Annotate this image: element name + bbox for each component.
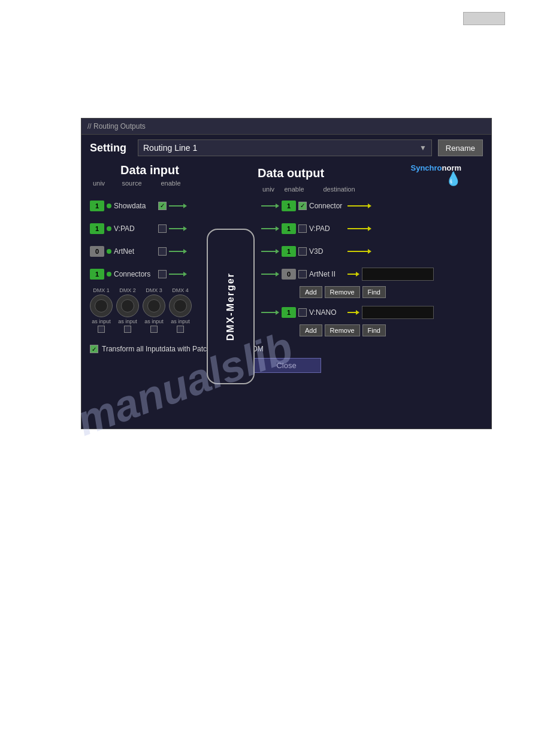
routing-line-dropdown[interactable]: Routing Line 1 ▼ [138, 139, 432, 156]
dmx-connector-2: DMX 2 as input [116, 287, 139, 333]
univ-badge-0: 0 [90, 246, 104, 257]
bottom-options-row: Transform all Inputdata with Patch Use R… [90, 345, 483, 353]
dialog-titlebar: // Routing Outputs [81, 119, 491, 135]
dmx-2-as-input: as input [118, 318, 137, 324]
svg-marker-7 [183, 272, 187, 277]
svg-marker-19 [368, 249, 371, 254]
dest-vpad: V:PAD [309, 224, 345, 233]
syncronorm-logo: Synchronorm 💧 [410, 163, 461, 186]
arrow-dest-icon [347, 225, 371, 232]
data-output-title: Data output [258, 166, 324, 180]
transform-checkbox[interactable] [90, 345, 98, 353]
dmx-1-label: DMX 1 [93, 287, 110, 293]
dmx-3-label: DMX 3 [146, 287, 162, 293]
table-row: 1 Connectors [90, 263, 210, 285]
arrow-out-icon [261, 225, 279, 232]
vnano-remove-button[interactable]: Remove [325, 324, 360, 336]
output-table-row: 0 ArtNet II [261, 263, 453, 285]
source-vpad: V:PAD [114, 224, 156, 233]
dmx-4-label: DMX 4 [172, 287, 189, 293]
svg-marker-15 [368, 226, 371, 231]
dropdown-value: Routing Line 1 [143, 143, 197, 153]
transform-checkbox-label: Transform all Inputdata with Patch [90, 345, 211, 353]
arrow-dest-icon [347, 309, 359, 316]
out-enable-5[interactable] [298, 308, 307, 317]
artnet2-add-button[interactable]: Add [300, 286, 322, 298]
dmx-3-checkbox[interactable] [150, 326, 158, 333]
arrow-dest-icon [347, 271, 359, 278]
arrow-right-icon [169, 225, 187, 232]
artnet2-remove-button[interactable]: Remove [325, 286, 360, 298]
arrow-out-icon [261, 248, 279, 255]
arrow-right-icon [169, 271, 187, 278]
top-right-button[interactable] [463, 12, 505, 25]
source-showdata: Showdata [114, 202, 156, 210]
rename-button[interactable]: Rename [438, 139, 483, 156]
transform-label: Transform all Inputdata with Patch [102, 345, 211, 353]
dmx-3-as-input: as input [144, 318, 164, 324]
artnet2-input[interactable] [362, 268, 434, 281]
dmx-3-icon [143, 294, 165, 317]
out-univ-2: 1 [282, 223, 296, 234]
setting-label: Setting [90, 142, 132, 154]
svg-marker-5 [183, 249, 187, 254]
dest-v3d: V3D [309, 247, 345, 256]
arrow-out-icon [261, 271, 279, 278]
svg-marker-17 [276, 249, 279, 254]
out-univ-5: 1 [282, 307, 296, 318]
vnano-input[interactable] [362, 306, 434, 319]
dialog-title: // Routing Outputs [87, 122, 146, 130]
synchro-text: Synchro [410, 163, 442, 172]
artnet2-find-button[interactable]: Find [362, 286, 386, 298]
out-enable-3[interactable] [298, 247, 307, 256]
svg-marker-13 [276, 226, 279, 231]
dmx-2-icon [116, 294, 139, 317]
enable-checkbox-4[interactable] [158, 270, 167, 278]
table-row: 0 ArtNet [90, 241, 210, 262]
close-button[interactable]: Close [252, 358, 321, 373]
routing-outputs-dialog: // Routing Outputs Setting Routing Line … [81, 118, 492, 429]
data-input-title: Data input [90, 163, 210, 177]
enable-checkbox-2[interactable] [158, 224, 167, 233]
dmx-merger-box: DMX-Merger [207, 229, 255, 384]
out-enable-2[interactable] [298, 224, 307, 233]
dot-icon [107, 249, 111, 254]
svg-marker-9 [276, 204, 279, 208]
output-enable-header: enable [279, 186, 309, 193]
dmx-1-checkbox[interactable] [98, 326, 105, 333]
source-connectors: Connectors [114, 270, 156, 278]
dot-icon [107, 272, 111, 277]
out-enable-1[interactable] [298, 202, 307, 210]
dest-connector: Connector [309, 202, 345, 210]
out-enable-4[interactable] [298, 270, 307, 278]
dmx-merger-text: DMX-Merger [225, 272, 236, 341]
svg-marker-1 [183, 204, 187, 208]
out-univ-3: 1 [282, 246, 296, 257]
svg-marker-3 [183, 226, 187, 231]
drop-icon: 💧 [410, 172, 461, 186]
dot-icon [107, 226, 111, 231]
dmx-4-checkbox[interactable] [177, 326, 184, 333]
univ-badge-1: 1 [90, 201, 104, 211]
dmx-connector-1: DMX 1 as input [90, 287, 113, 333]
input-rows: 1 Showdata 1 V:PAD 0 [90, 195, 210, 340]
out-univ-1: 1 [282, 201, 296, 211]
dmx-2-checkbox[interactable] [124, 326, 131, 333]
dmx-2-label: DMX 2 [119, 287, 136, 293]
svg-marker-21 [276, 272, 279, 277]
input-enable-header: enable [156, 180, 186, 187]
svg-marker-25 [276, 310, 279, 315]
arrow-dest-icon [347, 248, 371, 255]
dmx-connectors-row: DMX 1 as input DMX 2 as input [90, 287, 210, 333]
dest-vnano: V:NANO [309, 308, 345, 317]
vnano-add-button[interactable]: Add [300, 324, 322, 336]
dmx-1-as-input: as input [92, 318, 111, 324]
dmx-connector-3: DMX 3 as input [143, 287, 165, 333]
table-row: 1 V:PAD [90, 218, 210, 239]
arrow-dest-icon [347, 202, 371, 210]
enable-checkbox-1[interactable] [158, 202, 167, 210]
vnano-find-button[interactable]: Find [362, 324, 386, 336]
output-univ-header: univ [258, 186, 279, 193]
arrow-right-icon [169, 202, 187, 210]
enable-checkbox-3[interactable] [158, 247, 167, 256]
